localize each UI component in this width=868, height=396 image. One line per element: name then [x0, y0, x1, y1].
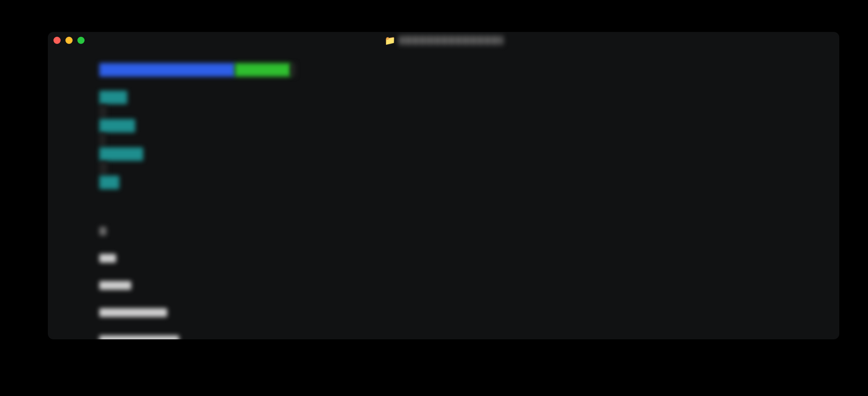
prompt-line-1 — [49, 49, 838, 203]
close-icon[interactable] — [53, 37, 61, 44]
window-title-redacted — [399, 36, 503, 45]
maximize-icon[interactable] — [77, 37, 85, 44]
terminal-output[interactable]: ' -- synpress tests/wallet-setup ⚠️ The … — [48, 49, 839, 339]
folder-icon: 📁 — [385, 36, 395, 46]
traffic-lights — [53, 37, 85, 44]
minimize-icon[interactable] — [65, 37, 73, 44]
redacted-line-1 — [49, 210, 838, 339]
titlebar: 📁 — [48, 32, 839, 49]
terminal-window: 📁 — [48, 32, 839, 339]
